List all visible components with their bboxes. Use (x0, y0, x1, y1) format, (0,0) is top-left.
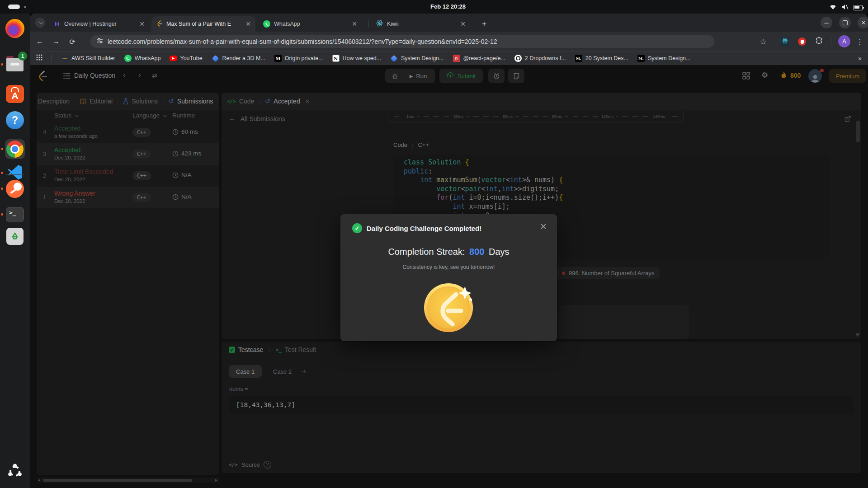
dock-terminal[interactable]: >_ (5, 205, 25, 225)
tab-whatsapp[interactable]: WhatsApp ✕ (259, 16, 362, 32)
github-icon (514, 55, 522, 62)
close-window-button[interactable]: ✕ (858, 17, 868, 28)
running-dot (1, 172, 3, 174)
profile-avatar[interactable]: A (838, 35, 850, 47)
url-text: leetcode.com/problems/max-sum-of-a-pair-… (108, 38, 497, 45)
close-icon[interactable]: ✕ (139, 20, 145, 28)
browser-window: H Overview | Hostinger ✕ Max Sum of a Pa… (30, 14, 868, 488)
trash-recycle-icon (6, 228, 24, 245)
running-dot (1, 63, 3, 66)
reload-button[interactable]: ⟳ (66, 35, 79, 48)
react-devtools-extension-button[interactable] (778, 35, 791, 48)
workspace-pill-active[interactable] (8, 5, 20, 9)
puzzle-icon (816, 37, 823, 46)
apps-grid-icon[interactable] (36, 54, 42, 62)
success-check-icon: ✓ (352, 223, 362, 233)
dock-software-store[interactable]: A (5, 84, 25, 104)
maximize-button[interactable] (839, 17, 851, 28)
running-dot (1, 148, 3, 150)
close-icon[interactable]: ✕ (245, 20, 251, 28)
bookmark-system-design-1[interactable]: System Design... (390, 55, 443, 61)
clock[interactable]: Feb 12 20:28 (430, 3, 466, 10)
wifi-icon (830, 4, 836, 12)
running-dot (1, 213, 3, 216)
back-button[interactable]: ← (33, 35, 46, 48)
workspace-dot[interactable] (24, 6, 26, 8)
stop-hand-icon (798, 38, 806, 46)
tab-search-button[interactable] (35, 18, 45, 28)
maximize-icon (843, 20, 848, 25)
bookmark-whatsapp[interactable]: WhatsApp (124, 55, 161, 62)
dock-chrome-active[interactable] (5, 139, 25, 159)
dock-trash[interactable] (5, 226, 25, 246)
firefox-icon (5, 19, 24, 38)
leetcode-favicon (156, 20, 163, 28)
notion-icon: N (332, 55, 340, 62)
tab-leetcode-active[interactable]: Max Sum of a Pair With E ✕ (151, 16, 255, 32)
react-devtools-icon (781, 37, 789, 46)
postman-icon (6, 180, 24, 198)
menu-dots-icon: ⋮ (856, 38, 863, 46)
blue-diamond-icon (391, 55, 398, 62)
tab-hostinger[interactable]: H Overview | Hostinger ✕ (49, 16, 149, 32)
aws-icon: aws (61, 55, 68, 62)
close-icon[interactable]: ✕ (460, 20, 466, 28)
bookmark-origin-private[interactable]: M Origin private... (274, 55, 323, 62)
whatsapp-favicon (263, 20, 270, 28)
terminal-icon: >_ (6, 207, 24, 222)
dock-firefox[interactable] (5, 19, 25, 38)
bookmarks-divider (52, 54, 52, 62)
bookmark-react-page[interactable]: n @react-page/e... (453, 55, 505, 62)
forward-button[interactable]: → (50, 35, 62, 48)
tab-strip: H Overview | Hostinger ✕ Max Sum of a Pa… (30, 14, 868, 32)
bookmark-system-design-2[interactable]: M. System Design... (637, 55, 690, 62)
dock-show-apps[interactable] (5, 462, 25, 482)
bookmarks-bar: aws AWS Skill Builder WhatsApp ▶ YouTube… (30, 51, 868, 65)
bookmark-youtube[interactable]: ▶ YouTube (170, 55, 202, 61)
bookmark-how-we-sped[interactable]: N How we sped... (332, 55, 381, 62)
minimize-icon: ─ (824, 19, 828, 26)
address-bar[interactable]: leetcode.com/problems/max-sum-of-a-pair-… (90, 35, 714, 48)
bookmark-star-button[interactable]: ☆ (757, 35, 769, 48)
bookmark-dropdowns[interactable]: 2 Dropdowns f... (514, 55, 566, 62)
bookmark-aws[interactable]: aws AWS Skill Builder (61, 55, 115, 62)
bookmarks-overflow-icon[interactable]: » (858, 55, 862, 62)
files-badge: 1 (18, 52, 27, 61)
modal-subtitle: Consistency is key, see you tomorrow! (340, 264, 557, 270)
software-store-icon: A (6, 85, 24, 103)
browser-menu-button[interactable]: ⋮ (854, 35, 866, 48)
medium-icon: M (274, 55, 282, 62)
dock-divider (6, 174, 24, 175)
npm-icon: n (453, 55, 460, 62)
blue-diamond-icon (212, 55, 219, 62)
ubuntu-logo-icon (7, 464, 23, 481)
chrome-icon (6, 141, 24, 158)
minimize-button[interactable]: ─ (821, 17, 832, 28)
bookmark-20-system-des[interactable]: M. 20 System Des... (575, 55, 628, 62)
chevron-down-icon (38, 20, 43, 24)
toolbar-divider (831, 37, 831, 46)
site-info-icon[interactable] (97, 38, 103, 46)
medium-icon: M. (575, 55, 582, 62)
dock-postman[interactable] (5, 179, 25, 199)
adblock-extension-button[interactable] (796, 35, 808, 48)
extensions-button[interactable] (813, 35, 826, 48)
star-icon: ☆ (760, 37, 766, 47)
volume-muted-icon (841, 4, 849, 12)
running-dot (1, 188, 3, 190)
new-tab-button[interactable]: + (478, 18, 490, 30)
streak-label: Completion Streak: (388, 247, 465, 257)
medium-icon: M. (637, 55, 645, 62)
tab-kiwii[interactable]: Kiwii ✕ (372, 16, 470, 32)
bookmark-render-3d[interactable]: Render a 3D M... (212, 55, 265, 61)
dock-files[interactable]: 1 (5, 55, 25, 75)
tab-label: Overview | Hostinger (64, 21, 136, 27)
close-icon[interactable]: ✕ (540, 221, 547, 232)
dock-help[interactable]: ? (5, 110, 25, 130)
close-icon[interactable]: ✕ (352, 20, 357, 28)
streak-value: 800 (469, 247, 484, 257)
screen: Feb 12 20:28 1 A (0, 0, 868, 488)
help-icon: ? (6, 111, 24, 129)
tab-label: Kiwii (387, 21, 457, 27)
streak-unit: Days (489, 247, 509, 257)
